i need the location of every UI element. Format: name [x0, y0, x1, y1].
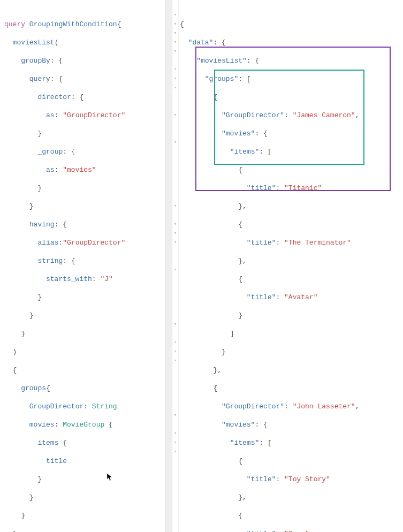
arg-having: having [29, 221, 55, 229]
json-key-movies: "movies" [222, 130, 255, 138]
val-j: "J" [100, 275, 112, 283]
sel-groups: groups [21, 384, 46, 392]
arg-string: string [37, 257, 63, 265]
val-alias-gd: "GroupDirector" [63, 239, 125, 247]
type-string: String [92, 402, 117, 411]
title-2: "Avatar" [284, 293, 317, 301]
title-3: "Toy Story" [284, 475, 330, 483]
arg-director: director [37, 93, 71, 101]
json-key-groups: "groups" [205, 75, 238, 83]
json-key-groupdirector: "GroupDirector" [222, 111, 284, 119]
json-key-movieslist: "moviesList" [196, 57, 247, 65]
arg-starts-with: starts_with [46, 275, 92, 283]
title-4: "Cars" [284, 530, 309, 532]
val-group-director: "GroupDirector" [63, 111, 125, 119]
sel-groupdirector: GroupDirector [29, 402, 83, 411]
director-0: "James Cameron" [293, 111, 355, 119]
arg-as: as [46, 111, 55, 119]
sel-movies: movies [29, 421, 55, 429]
operation-name: GroupingWithCondition [29, 20, 117, 28]
arg-groupBy: groupBy [21, 57, 50, 65]
sel-title: title [46, 457, 67, 465]
sel-items: items [37, 439, 58, 447]
json-key-data: "data" [188, 39, 214, 47]
arg-alias: alias [37, 239, 58, 247]
director-1: "John Lasseter" [293, 402, 355, 411]
response-pane[interactable]: { "data": { "moviesList": { "groups": [ … [179, 0, 403, 532]
type-moviegroup: MovieGroup [63, 421, 104, 429]
fold-gutter[interactable]: ▾▾▾▾▾▾▾▾▾▾▾▾▾▾▾▾▾▾▾▾▾▾▾ [172, 0, 179, 532]
json-key-title: "title" [247, 184, 276, 192]
title-1: "The Terminator" [284, 239, 351, 247]
json-key-items: "items" [230, 148, 260, 156]
val-movies: "movies" [63, 166, 96, 174]
arg-group: _group [37, 148, 63, 156]
query-editor-pane[interactable]: query GroupingWithCondition{ moviesList(… [0, 0, 165, 532]
field-moviesList: moviesList [13, 39, 55, 47]
keyword-query: query [4, 20, 25, 28]
arg-query: query [29, 75, 50, 83]
arg-as-2: as [46, 166, 55, 174]
pane-divider[interactable] [165, 0, 172, 532]
editor-split-view: query GroupingWithCondition{ moviesList(… [0, 0, 403, 532]
title-0: "Titanic" [284, 184, 322, 192]
